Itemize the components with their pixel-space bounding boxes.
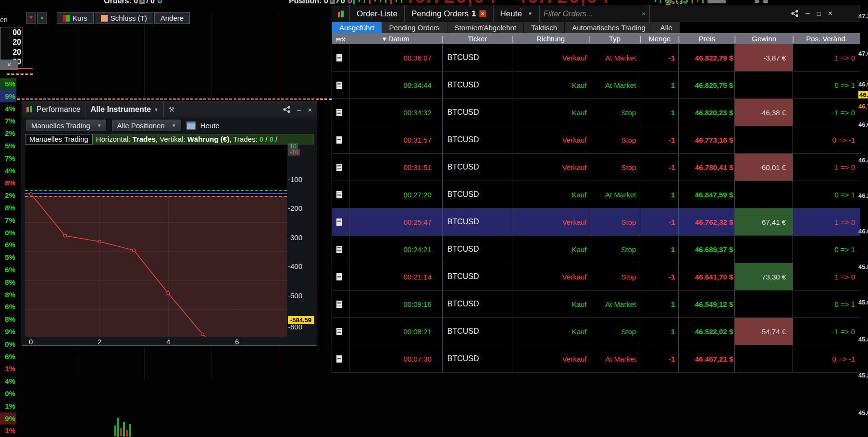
order-detail-icon[interactable]: [332, 318, 349, 345]
subtab-automatisches-trading[interactable]: Automatisches Trading: [565, 22, 653, 33]
column-header-ticker[interactable]: Ticker|: [443, 33, 512, 44]
watchlist-percent-item[interactable]: 8%: [0, 202, 16, 214]
order-detail-icon[interactable]: [332, 154, 349, 181]
orders-cancel-icon[interactable]: ×: [139, 0, 145, 4]
watchlist-percent-item[interactable]: 2%: [0, 127, 16, 139]
instrument-dropdown[interactable]: Alle Instrumente: [91, 105, 151, 114]
order-row[interactable]: 00:31:51BTCUSDVerkaufStop-146.780,41 $-6…: [332, 154, 860, 181]
subtab-taktisch[interactable]: Taktisch: [524, 22, 565, 33]
order-detail-icon[interactable]: [332, 44, 349, 71]
subtab-ausgef-hrt[interactable]: Ausgeführt: [332, 22, 382, 33]
wrench-icon[interactable]: ⚒: [169, 106, 175, 113]
performance-titlebar[interactable]: Performance Alle Instrumente ▼ ⚒ – ×: [22, 101, 317, 118]
order-detail-icon[interactable]: [332, 236, 349, 263]
watchlist-percent-item[interactable]: 7%: [0, 152, 16, 164]
order-row[interactable]: 00:08:21BTCUSDKaufStop146.522,02 $-54,74…: [332, 318, 860, 345]
watchlist-percent-item[interactable]: 5%: [0, 140, 16, 152]
order-down-icon[interactable]: ▼: [26, 12, 36, 24]
watchlist-percent-item[interactable]: 8%: [0, 313, 16, 325]
checkbox-icon[interactable]: ✓: [666, 0, 670, 5]
watchlist-percent-item[interactable]: 4%: [0, 103, 16, 115]
column-header-typ[interactable]: Typ|: [589, 33, 641, 44]
order-row[interactable]: 00:31:57BTCUSDVerkaufStop-146.773,16 $0 …: [332, 126, 860, 154]
watchlist-percent-item[interactable]: 9%: [0, 413, 16, 425]
column-header-richtung[interactable]: Richtung|: [512, 33, 589, 44]
table-column-header[interactable]: ▤⚒▾ Datum|Ticker|Richtung|Typ|Menge|Prei…: [332, 33, 860, 44]
watchlist-percent-item[interactable]: 8%: [0, 289, 16, 301]
share-icon[interactable]: [791, 10, 798, 17]
order-row[interactable]: 00:27:20BTCUSDKaufAt Market146.847,59 $0…: [332, 181, 860, 208]
column-header-gewinn[interactable]: Gewinn|: [735, 33, 793, 44]
watchlist-percent-item[interactable]: 0%: [0, 388, 16, 400]
mode-dropdown[interactable]: Manuelles Trading ▼: [26, 119, 107, 132]
watchlist-percent-item[interactable]: 0%: [0, 227, 16, 239]
order-detail-icon[interactable]: [332, 263, 349, 290]
column-header-menge[interactable]: Menge|: [640, 33, 679, 44]
tab-pending-orders[interactable]: Pending Orders 1 ×: [405, 5, 493, 22]
order-list-window[interactable]: Order-Liste Pending Orders 1 × Heute ▼ F…: [332, 5, 860, 374]
order-detail-icon[interactable]: [332, 181, 349, 208]
legend-series-tab[interactable]: Manuelles Trading: [25, 134, 93, 145]
tab-order-liste[interactable]: Order-Liste: [350, 5, 404, 22]
order-type-cell: Stop: [589, 318, 641, 345]
column-header-datum[interactable]: ▾ Datum|: [349, 33, 443, 44]
watchlist-percent-item[interactable]: 6%: [0, 351, 16, 363]
order-row[interactable]: 00:34:44BTCUSDKaufAt Market146.825,75 $0…: [332, 72, 860, 99]
column-header-pos-ver-nd-[interactable]: Pos. Veränd.: [793, 33, 860, 44]
watchlist-percent-item[interactable]: 4%: [0, 375, 16, 387]
order-detail-icon[interactable]: [332, 345, 349, 372]
subtab-storniert-abgelehnt[interactable]: Storniert/Abgelehnt: [447, 22, 524, 33]
watchlist-percent-item[interactable]: 2%: [0, 189, 16, 201]
positions-dropdown[interactable]: Alle Positionen ▼: [112, 119, 181, 132]
order-detail-icon[interactable]: [332, 126, 349, 153]
order-up-icon[interactable]: ▲: [37, 12, 47, 24]
minimize-icon[interactable]: –: [806, 9, 810, 18]
watchlist-percent-item[interactable]: 8%: [0, 276, 16, 288]
orders-gear-icon[interactable]: ⚙: [157, 0, 162, 5]
order-row[interactable]: 00:09:16BTCUSDKaufAt Market146.549,12 $0…: [332, 291, 860, 318]
watchlist-percent-item[interactable]: 9%: [0, 326, 16, 338]
watchlist-percent-item[interactable]: 6%: [0, 239, 16, 251]
spread-checkbox[interactable]: ✓ S 0,1 %: [666, 0, 687, 5]
restore-icon[interactable]: □: [817, 10, 821, 17]
watchlist-percent-item[interactable]: 7%: [0, 115, 16, 127]
close-icon[interactable]: ×: [828, 9, 832, 18]
watchlist-percent-item[interactable]: 1%: [0, 425, 16, 437]
order-detail-icon[interactable]: [332, 291, 349, 317]
watchlist-percent-item[interactable]: 5%: [0, 251, 16, 263]
order-row[interactable]: 00:21:14BTCUSDVerkaufStop-146.641,70 $73…: [332, 263, 860, 291]
order-row[interactable]: 00:07:30BTCUSDVerkaufAt Market-146.467,2…: [332, 345, 860, 373]
tab-heute-dropdown[interactable]: Heute ▼: [494, 5, 539, 22]
tab-andere[interactable]: Andere: [154, 12, 190, 24]
filter-orders-input[interactable]: Filter Orders... ×: [540, 5, 649, 22]
watchlist-percent-item[interactable]: 0%: [0, 338, 16, 350]
tab-kurs[interactable]: Kurs: [57, 12, 94, 24]
order-detail-icon[interactable]: [332, 99, 349, 126]
watchlist-percent-item[interactable]: 7%: [0, 214, 16, 226]
column-config-icons[interactable]: ▤⚒: [332, 33, 349, 44]
clear-filter-icon[interactable]: ×: [642, 10, 645, 17]
calendar-icon[interactable]: [186, 121, 196, 130]
column-header-preis[interactable]: Preis|: [679, 33, 735, 44]
watchlist-percent-item[interactable]: 4%: [0, 165, 16, 177]
watchlist-percent-item[interactable]: 6%: [0, 264, 16, 276]
watchlist-percent-item[interactable]: 5%: [0, 78, 16, 90]
order-detail-icon[interactable]: [332, 208, 349, 235]
watchlist-percent-item[interactable]: 9%: [0, 90, 16, 102]
close-tab-icon[interactable]: ×: [479, 10, 486, 17]
order-row[interactable]: 00:34:32BTCUSDKaufStop146.820,23 $-46,38…: [332, 99, 860, 126]
watchlist-percent-item[interactable]: 6%: [0, 301, 16, 313]
tab-schluss[interactable]: Schluss (T): [95, 12, 153, 24]
order-detail-icon[interactable]: [332, 72, 349, 98]
watchlist-percent-item[interactable]: 1%: [0, 400, 16, 412]
order-row[interactable]: 00:24:21BTCUSDKaufStop146.689,37 $0 => 1: [332, 236, 860, 263]
performance-window[interactable]: Performance Alle Instrumente ▼ ⚒ – × Man…: [22, 101, 317, 346]
value-axis[interactable]: 10-10-100-200-300-400-500-584,59-600: [287, 101, 317, 346]
order-row[interactable]: 00:36:07BTCUSDVerkaufAt Market-146.822,7…: [332, 44, 860, 72]
watchlist-percent-item[interactable]: 8%: [0, 177, 16, 189]
order-row[interactable]: 00:25:47BTCUSDVerkaufStop-146.762,32 $67…: [332, 208, 860, 236]
subtab-pending-orders[interactable]: Pending Orders: [382, 22, 447, 33]
subtab-alle[interactable]: Alle: [653, 22, 680, 33]
equity-curve-plot[interactable]: ProRealTime.com: [25, 145, 287, 337]
watchlist-percent-item[interactable]: 1%: [0, 363, 16, 375]
